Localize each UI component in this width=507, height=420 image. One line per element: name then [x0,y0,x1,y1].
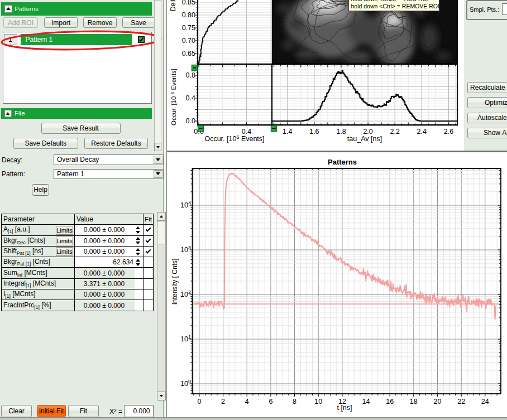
svg-text:0.80: 0.80 [182,11,195,19]
svg-text:hold down <Shift> = ADD ROI: hold down <Shift> = ADD ROI [351,0,429,2]
svg-text:0.4: 0.4 [242,128,251,136]
svg-text:t [ns]: t [ns] [337,404,352,412]
svg-text:0.8: 0.8 [186,71,195,79]
svg-text:1.6: 1.6 [309,128,319,136]
svg-text:Occur. [10 6 Events]: Occur. [10 6 Events] [170,69,178,125]
svg-text:22: 22 [457,398,465,405]
svg-text:2.2: 2.2 [390,128,400,136]
svg-text:0.85: 0.85 [182,0,195,6]
svg-text:0.70: 0.70 [182,37,195,45]
svg-text:6: 6 [269,398,272,405]
svg-text:0.65: 0.65 [182,50,195,57]
svg-text:2.6: 2.6 [444,128,453,136]
svg-text:Delta [ns]: Delta [ns] [169,0,177,11]
svg-text:0: 0 [197,398,201,405]
svg-text:20: 20 [434,398,442,405]
svg-text:0.75: 0.75 [182,24,195,32]
svg-text:14: 14 [362,398,370,405]
svg-text:2.4: 2.4 [417,128,427,136]
svg-text:4: 4 [245,398,249,405]
svg-text:10: 10 [314,398,322,405]
svg-text:24: 24 [481,398,489,405]
svg-text:hold down <Ctrl> = REMOVE ROI: hold down <Ctrl> = REMOVE ROI [351,3,439,9]
svg-text:tau_Av [ns]: tau_Av [ns] [347,135,382,143]
svg-text:16: 16 [386,398,394,405]
svg-text:1.8: 1.8 [336,128,346,136]
svg-text:1.4: 1.4 [283,128,292,136]
svg-text:8: 8 [293,398,296,405]
svg-text:18: 18 [410,398,418,405]
svg-text:0.4: 0.4 [186,94,195,102]
svg-text:2: 2 [221,398,225,405]
svg-text:0.0: 0.0 [186,117,195,125]
svg-text:Patterns: Patterns [328,158,357,166]
svg-text:Intensity [ Cnts]: Intensity [ Cnts] [171,259,179,305]
svg-text:2.0: 2.0 [363,128,372,136]
svg-text:Occur. [106 Events]: Occur. [106 Events] [204,134,264,143]
